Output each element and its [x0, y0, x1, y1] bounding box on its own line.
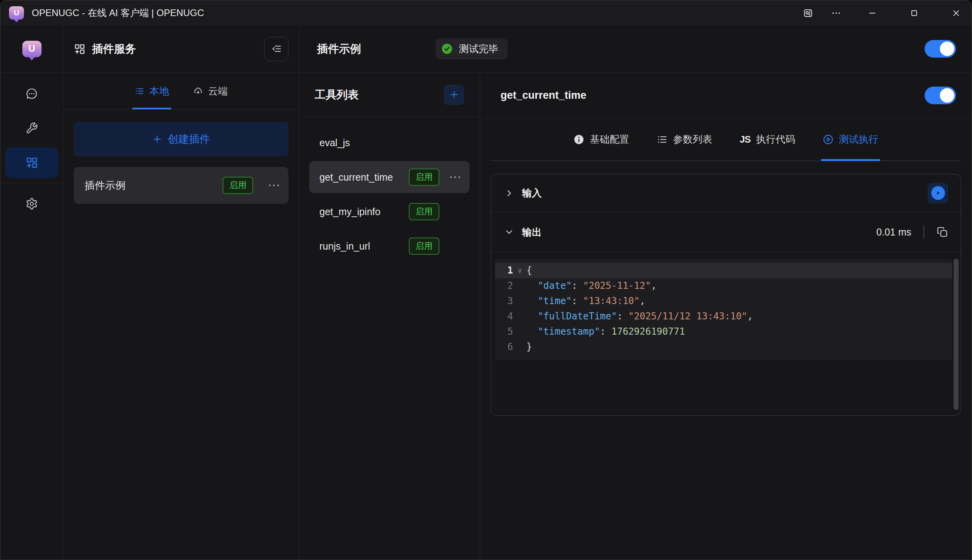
output-section-header[interactable]: 输出 0.01 ms: [491, 212, 961, 252]
input-section-header[interactable]: 输入: [491, 174, 961, 212]
code-line: 1v{: [495, 263, 952, 278]
tab-basic-config[interactable]: 基础配置: [573, 118, 629, 160]
plus-icon: [152, 134, 162, 144]
tools-list-title: 工具列表: [315, 87, 359, 102]
fold-gutter: [513, 324, 526, 339]
tools-list: eval_js get_current_time 启用 get_my_ipinf…: [299, 117, 480, 265]
nav-item-tools[interactable]: [5, 113, 58, 143]
fold-gutter: [513, 294, 526, 309]
panel-title: 插件服务: [92, 42, 136, 56]
fold-arrow-icon[interactable]: v: [513, 263, 526, 278]
line-number: 3: [495, 294, 513, 309]
test-status-label: 测试完毕: [459, 42, 498, 55]
inspect-window-icon: [803, 8, 813, 18]
line-number: 1: [495, 263, 513, 278]
collapse-panel-button[interactable]: [264, 37, 288, 61]
minimize-icon: [867, 8, 878, 18]
chat-icon: [25, 87, 38, 100]
code-line: 5 "timestamp": 1762926190771: [495, 324, 952, 339]
close-button[interactable]: [946, 4, 966, 22]
fold-gutter: [513, 339, 526, 355]
tab-label: 基础配置: [590, 133, 629, 146]
window-title: OPENUGC - 在线 AI 客户端 | OPENUGC: [32, 7, 204, 19]
test-status-badge: 测试完毕: [435, 38, 508, 59]
copy-icon: [936, 226, 948, 238]
tools-panel: 工具列表 eval_js get_current_time 启用: [299, 72, 480, 560]
plugin-more-button[interactable]: [267, 179, 281, 192]
code-line: 2 "date": "2025-11-12",: [495, 278, 952, 294]
tool-detail-header: get_current_time: [480, 72, 972, 118]
plugin-detail-region: 插件示例 测试完毕 工具列表: [299, 25, 972, 560]
tool-row-runjs-in-url[interactable]: runjs_in_url 启用: [309, 230, 470, 262]
minimize-button[interactable]: [862, 4, 882, 22]
copy-output-button[interactable]: [936, 226, 948, 238]
line-number: 5: [495, 324, 513, 339]
nav-item-chat[interactable]: [5, 78, 58, 109]
play-icon: [931, 186, 945, 200]
code-line: 4 "fullDateTime": "2025/11/12 13:43:10",: [495, 309, 952, 324]
tab-execute-code[interactable]: JS 执行代码: [740, 118, 795, 160]
plugin-enabled-toggle[interactable]: [925, 40, 956, 58]
tab-parameter-list[interactable]: 参数列表: [656, 118, 712, 160]
tool-name: eval_js: [319, 137, 409, 149]
execution-duration: 0.01 ms: [876, 227, 911, 238]
scrollbar-thumb[interactable]: [954, 259, 959, 410]
run-test-button[interactable]: [928, 183, 948, 203]
tool-row-get-my-ipinfo[interactable]: get_my_ipinfo 启用: [309, 196, 470, 228]
tab-label: 测试执行: [839, 133, 878, 146]
more-dots-icon: [448, 170, 462, 184]
wrench-icon: [25, 122, 38, 134]
tab-local[interactable]: 本地: [134, 72, 169, 109]
cloud-download-icon: [193, 86, 203, 96]
enabled-badge: 启用: [409, 169, 439, 186]
tab-label: 参数列表: [673, 133, 712, 146]
maximize-button[interactable]: [904, 4, 924, 22]
inspect-window-button[interactable]: [798, 4, 818, 22]
plugins-panel: 插件服务 本地 云端 创建插件 插件示例: [63, 25, 299, 560]
code-text: }: [526, 339, 532, 355]
app-logo: U: [9, 6, 24, 20]
code-text: "date": "2025-11-12",: [526, 278, 656, 294]
app-logo-letter: U: [14, 9, 19, 17]
app-window: U OPENUGC - 在线 AI 客户端 | OPENUGC U: [0, 0, 972, 560]
js-icon: JS: [740, 134, 750, 145]
nav-logo-section: U: [0, 25, 63, 72]
nav-item-settings[interactable]: [5, 188, 58, 219]
nav-divider: [0, 183, 63, 183]
list-icon: [656, 134, 667, 145]
create-plugin-button[interactable]: 创建插件: [74, 122, 288, 156]
more-dots-icon: [267, 179, 281, 192]
input-section-label: 输入: [522, 187, 542, 199]
fold-gutter: [513, 309, 526, 324]
code-editor[interactable]: 1v{2 "date": "2025-11-12",3 "time": "13:…: [495, 259, 952, 360]
plugin-detail-header: 插件示例 测试完毕: [299, 25, 972, 72]
plus-icon: [449, 90, 459, 100]
tool-row-get-current-time[interactable]: get_current_time 启用: [309, 161, 470, 193]
plugin-list-item[interactable]: 插件示例 启用: [74, 167, 288, 204]
tab-test-run[interactable]: 测试执行: [823, 118, 878, 160]
list-icon: [134, 86, 144, 96]
code-line: 6}: [495, 339, 952, 355]
tab-cloud[interactable]: 云端: [193, 72, 228, 109]
output-code-area[interactable]: 1v{2 "date": "2025-11-12",3 "time": "13:…: [491, 252, 961, 415]
check-circle-icon: [441, 43, 453, 55]
code-line: 3 "time": "13:43:10",: [495, 294, 952, 309]
plugins-icon: [25, 156, 38, 169]
tool-more-button[interactable]: [448, 170, 462, 184]
tool-title: get_current_time: [501, 89, 586, 101]
more-menu-button[interactable]: [826, 4, 846, 22]
create-plugin-label: 创建插件: [168, 132, 210, 146]
test-run-panel: 输入 输出 0.01 ms: [491, 174, 961, 416]
tab-label: 云端: [208, 85, 228, 98]
plugins-header: 插件服务: [63, 25, 299, 72]
chevron-down-icon: [504, 227, 514, 237]
nav-item-plugins[interactable]: [5, 147, 58, 178]
add-tool-button[interactable]: [444, 85, 464, 105]
tool-enabled-toggle[interactable]: [925, 87, 956, 104]
output-section-label: 输出: [522, 226, 542, 239]
tool-row-eval-js[interactable]: eval_js: [309, 127, 470, 159]
nav-rail: U: [0, 25, 63, 560]
code-text: "timestamp": 1762926190771: [526, 324, 685, 339]
collapse-panel-icon: [271, 43, 282, 54]
tool-detail-tabs: 基础配置 参数列表 JS 执行代码 测试执行: [491, 118, 961, 161]
